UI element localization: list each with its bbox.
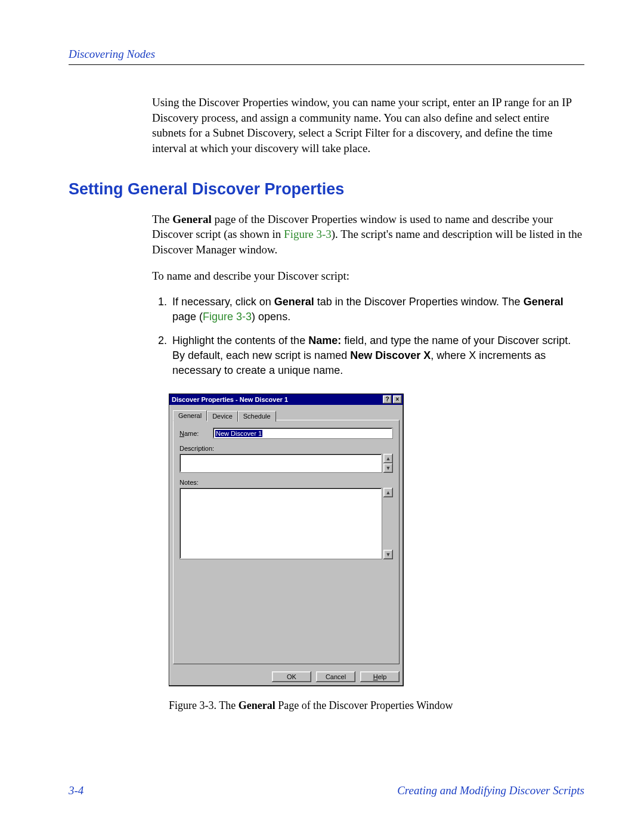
notes-field[interactable] xyxy=(179,488,382,559)
scroll-up-icon[interactable]: ▲ xyxy=(383,488,393,497)
tab-general[interactable]: General xyxy=(173,410,207,421)
dialog-screenshot: Discover Properties - New Discover 1 ? ×… xyxy=(169,394,584,686)
figure-link[interactable]: Figure 3-3 xyxy=(284,228,332,240)
steps-list: If necessary, click on General tab in th… xyxy=(152,295,584,378)
section-heading: Setting General Discover Properties xyxy=(69,180,584,199)
titlebar[interactable]: Discover Properties - New Discover 1 ? × xyxy=(169,394,403,405)
cancel-button[interactable]: Cancel xyxy=(316,671,355,682)
body-paragraph-2: To name and describe your Discover scrip… xyxy=(152,268,584,284)
scroll-up-icon[interactable]: ▲ xyxy=(383,454,393,463)
name-field[interactable]: New Discover 1 xyxy=(213,428,393,439)
tab-schedule[interactable]: Schedule xyxy=(238,411,276,422)
help-icon[interactable]: ? xyxy=(383,395,392,404)
name-label: Name: xyxy=(179,430,213,437)
page-header: Discovering Nodes xyxy=(69,48,584,61)
close-icon[interactable]: × xyxy=(393,395,402,404)
window-title: Discover Properties - New Discover 1 xyxy=(172,396,382,403)
ok-button[interactable]: OK xyxy=(272,671,311,682)
description-field[interactable] xyxy=(179,454,382,473)
step-1: If necessary, click on General tab in th… xyxy=(170,295,584,324)
intro-paragraph: Using the Discover Properties window, yo… xyxy=(152,95,584,156)
step-2: Highlight the contents of the Name: fiel… xyxy=(170,333,584,379)
help-button[interactable]: Help xyxy=(360,671,400,682)
discover-properties-window: Discover Properties - New Discover 1 ? ×… xyxy=(169,394,404,686)
figure-caption: Figure 3-3. The General Page of the Disc… xyxy=(169,699,584,712)
figure-link[interactable]: Figure 3-3 xyxy=(203,311,252,323)
header-rule xyxy=(69,64,584,65)
page-number: 3-4 xyxy=(69,784,83,797)
general-tab-pane: Name: New Discover 1 Description: ▲ ▼ No… xyxy=(173,420,400,664)
scroll-down-icon[interactable]: ▼ xyxy=(383,463,393,473)
scroll-down-icon[interactable]: ▼ xyxy=(383,550,393,559)
tab-device[interactable]: Device xyxy=(207,411,238,422)
description-label: Description: xyxy=(179,445,393,452)
page-footer: 3-4 Creating and Modifying Discover Scri… xyxy=(69,784,584,797)
body-paragraph-1: The General page of the Discover Propert… xyxy=(152,212,584,258)
notes-label: Notes: xyxy=(179,479,393,486)
tab-strip: General Device Schedule xyxy=(173,410,400,420)
footer-title: Creating and Modifying Discover Scripts xyxy=(397,784,584,797)
